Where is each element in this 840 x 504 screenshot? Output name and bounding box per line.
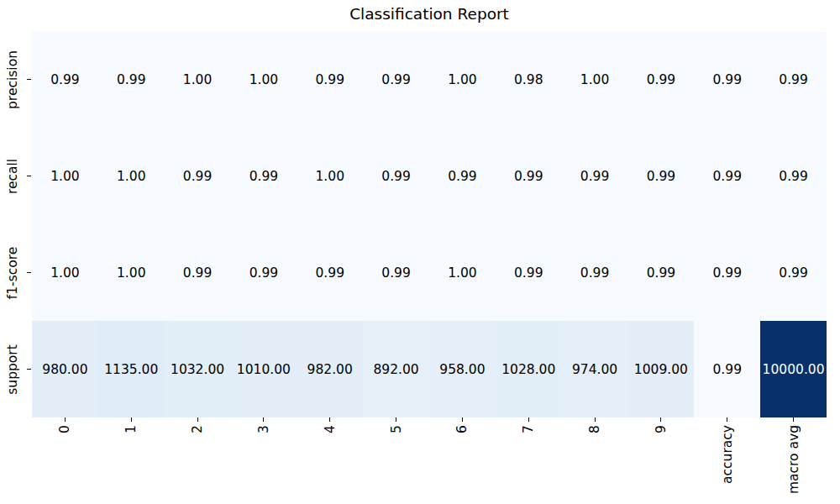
x-tick-label-macro-avg: macro avg [786, 425, 801, 494]
heatmap-cell-support-6: 958.00 [429, 321, 496, 417]
cell-annotation: 0.99 [381, 265, 411, 281]
x-tick-mark [197, 417, 198, 422]
cell-annotation: 0.99 [249, 169, 279, 184]
x-tick-mark [727, 417, 727, 422]
heatmap-cell-precision-2: 1.00 [165, 31, 231, 128]
cell-annotation: 1.00 [315, 169, 344, 184]
cell-annotation: 1032.00 [171, 362, 224, 377]
cell-annotation: 0.99 [448, 169, 477, 184]
heatmap-cell-support-3: 1010.00 [231, 321, 297, 417]
x-tick-label-0: 0 [57, 425, 72, 433]
cell-annotation: 0.99 [117, 72, 146, 87]
cell-annotation: 10000.00 [763, 362, 825, 377]
heatmap-cell-precision-accuracy: 0.99 [694, 31, 760, 128]
x-tick-label-5: 5 [389, 425, 404, 433]
cell-annotation: 0.99 [249, 265, 279, 281]
heatmap-cell-support-4: 982.00 [297, 321, 363, 417]
heatmap-cell-precision-1: 0.99 [98, 31, 165, 128]
heatmap-cell-f1-score-macro-avg: 0.99 [760, 224, 827, 321]
heatmap-cell-support-8: 974.00 [562, 321, 628, 417]
heatmap-cell-recall-6: 0.99 [429, 128, 496, 224]
cell-annotation: 0.99 [647, 72, 676, 87]
cell-annotation: 958.00 [439, 362, 485, 377]
x-tick-mark [131, 417, 132, 422]
x-tick-label-7: 7 [521, 425, 536, 433]
y-tick-label-precision: precision [5, 50, 20, 109]
heatmap-cell-recall-macro-avg: 0.99 [760, 128, 827, 224]
y-tick-label-recall: recall [5, 158, 20, 193]
x-tick-mark [528, 417, 529, 422]
y-tick-mark [27, 176, 31, 176]
x-tick-label-8: 8 [587, 425, 602, 433]
heatmap-cell-precision-4: 0.99 [297, 31, 363, 128]
cell-annotation: 0.99 [647, 265, 676, 281]
cell-annotation: 974.00 [572, 362, 617, 377]
cell-annotation: 0.99 [183, 169, 213, 184]
cell-annotation: 0.99 [712, 265, 742, 281]
x-tick-mark [793, 417, 794, 422]
y-tick-label-support: support [5, 344, 20, 395]
x-tick-mark [660, 417, 661, 422]
cell-annotation: 0.99 [381, 72, 411, 87]
heatmap-cell-recall-5: 0.99 [363, 128, 429, 224]
cell-annotation: 1.00 [448, 265, 477, 281]
cell-annotation: 0.99 [580, 265, 610, 281]
cell-annotation: 1.00 [50, 265, 80, 281]
heatmap-cell-recall-1: 1.00 [98, 128, 165, 224]
heatmap-cell-precision-0: 0.99 [32, 31, 98, 128]
x-tick-label-accuracy: accuracy [720, 425, 735, 484]
cell-annotation: 0.99 [712, 72, 742, 87]
heatmap-cell-recall-0: 1.00 [32, 128, 98, 224]
heatmap-cell-precision-3: 1.00 [231, 31, 297, 128]
x-tick-label-9: 9 [654, 425, 669, 433]
cell-annotation: 1.00 [117, 265, 146, 281]
cell-annotation: 0.99 [712, 362, 742, 377]
cell-annotation: 0.99 [779, 265, 808, 281]
heatmap-cell-support-7: 1028.00 [496, 321, 562, 417]
cell-annotation: 0.99 [183, 265, 213, 281]
x-tick-label-4: 4 [323, 425, 338, 433]
heatmap-cell-f1-score-6: 1.00 [429, 224, 496, 321]
heatmap-cell-f1-score-7: 0.99 [496, 224, 562, 321]
cell-annotation: 0.99 [514, 265, 543, 281]
heatmap-cell-support-2: 1032.00 [165, 321, 231, 417]
cell-annotation: 1.00 [448, 72, 477, 87]
cell-annotation: 1.00 [249, 72, 279, 87]
heatmap-cell-recall-7: 0.99 [496, 128, 562, 224]
y-tick-mark [27, 272, 31, 273]
heatmap-cell-f1-score-4: 0.99 [297, 224, 363, 321]
cell-annotation: 0.99 [779, 72, 808, 87]
heatmap-cell-precision-8: 1.00 [562, 31, 628, 128]
heatmap-cell-f1-score-2: 0.99 [165, 224, 231, 321]
heatmap-cell-recall-accuracy: 0.99 [694, 128, 760, 224]
x-tick-mark [396, 417, 396, 422]
x-tick-mark [595, 417, 596, 422]
heatmap-cell-recall-9: 0.99 [628, 128, 695, 224]
heatmap-cell-recall-3: 0.99 [231, 128, 297, 224]
x-tick-mark [462, 417, 463, 422]
cell-annotation: 1.00 [50, 169, 80, 184]
cell-annotation: 1135.00 [104, 362, 158, 377]
heatmap-cell-recall-4: 1.00 [297, 128, 363, 224]
cell-annotation: 0.99 [315, 265, 344, 281]
cell-annotation: 0.99 [381, 169, 411, 184]
cell-annotation: 0.99 [779, 169, 808, 184]
classification-report-figure: Classification Report 0.990.991.001.000.… [0, 0, 840, 504]
heatmap-cell-f1-score-1: 1.00 [98, 224, 165, 321]
cell-annotation: 0.99 [580, 169, 610, 184]
cell-annotation: 0.99 [514, 169, 543, 184]
heatmap-cell-support-macro-avg: 10000.00 [760, 321, 827, 417]
cell-annotation: 1.00 [183, 72, 213, 87]
cell-annotation: 1.00 [580, 72, 610, 87]
cell-annotation: 1010.00 [237, 362, 291, 377]
x-tick-label-1: 1 [123, 425, 139, 433]
y-tick-mark [27, 369, 31, 370]
cell-annotation: 980.00 [42, 362, 87, 377]
cell-annotation: 982.00 [307, 362, 353, 377]
cell-annotation: 0.98 [514, 72, 543, 87]
x-tick-label-3: 3 [256, 425, 271, 433]
heatmap-cell-recall-2: 0.99 [165, 128, 231, 224]
heatmap-cell-support-9: 1009.00 [628, 321, 695, 417]
heatmap-cell-precision-macro-avg: 0.99 [760, 31, 827, 128]
heatmap-cell-f1-score-accuracy: 0.99 [694, 224, 760, 321]
